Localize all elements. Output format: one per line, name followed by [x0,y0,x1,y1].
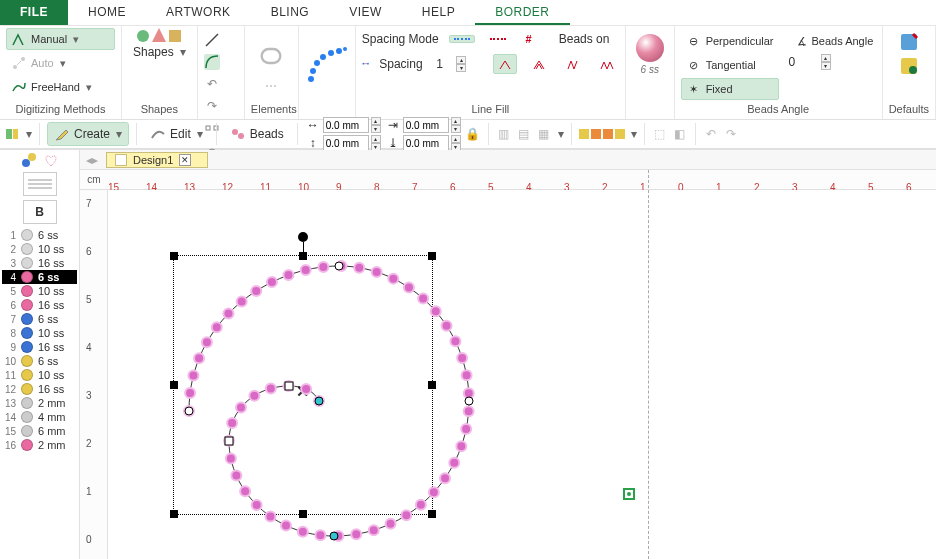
beads-on-4[interactable] [595,54,619,74]
manual-button[interactable]: Manual ▾ [6,28,115,50]
menu-artwork[interactable]: ARTWORK [146,0,251,25]
rotate-handle[interactable] [298,232,308,242]
bead-wave-icon[interactable] [305,43,349,87]
line-tool-icon[interactable] [204,32,220,48]
chevron-down-icon: ▾ [197,127,203,141]
beads-button[interactable]: Beads [224,123,290,145]
tangential-button[interactable]: ⊘Tangential [681,54,779,76]
bead-item[interactable]: 1110 ss [2,368,77,382]
width-icon: ↔ [305,117,321,133]
bead-item[interactable]: 162 mm [2,438,77,452]
svg-point-69 [226,454,236,464]
svg-point-53 [449,458,459,468]
offy-input[interactable] [403,135,449,151]
selection-box[interactable]: ✕ [173,255,433,515]
load-defaults-icon[interactable] [899,56,919,76]
bead-item[interactable]: 46 ss [2,270,77,284]
spinner[interactable]: ▴▾ [451,135,461,151]
guide-line[interactable] [648,170,649,559]
bead-item[interactable]: 916 ss [2,340,77,354]
beads-on-3[interactable] [561,54,585,74]
beads-on-2[interactable] [527,54,551,74]
bead-item[interactable]: 510 ss [2,284,77,298]
bead-item[interactable]: 1216 ss [2,382,77,396]
svg-point-1 [21,57,25,61]
redo-icon[interactable]: ↷ [723,126,739,142]
manual-icon [11,31,27,47]
beads-on-1[interactable] [493,54,517,74]
spinner[interactable]: ▴▾ [371,117,381,133]
chevron-down-icon[interactable]: ▾ [558,127,564,141]
bead-item[interactable]: 144 mm [2,410,77,424]
layers-icon[interactable] [4,126,20,142]
group-label [632,101,668,117]
element-pill-icon[interactable] [257,42,285,70]
arrow-right-icon[interactable]: ↷ [204,98,220,114]
height-input[interactable] [323,135,369,151]
curve-tool-icon[interactable] [204,54,220,70]
chevron-down-icon[interactable]: ▾ [631,127,637,141]
manual-label: Manual [31,33,67,45]
bead-item[interactable]: 106 ss [2,354,77,368]
origin-marker[interactable] [623,488,635,500]
canvas[interactable]: ✕ [108,190,936,559]
chevron-down-icon[interactable]: ▾ [26,127,32,141]
thumb-b[interactable]: B [23,200,57,224]
tool-a-icon[interactable]: ⬚ [652,126,668,142]
spinner[interactable]: ▴▾ [451,117,461,133]
bead-item[interactable]: 210 ss [2,242,77,256]
fixed-button[interactable]: ✶Fixed [681,78,779,100]
spacing-mode-gap[interactable] [485,35,511,43]
chevron-down-icon: ▾ [180,45,186,59]
menu-file[interactable]: FILE [0,0,68,25]
palette-icon[interactable] [579,129,625,139]
doc-nav-icon[interactable]: ◂▸ [84,152,100,168]
svg-rect-5 [262,49,281,63]
bead-item[interactable]: 132 mm [2,396,77,410]
edit-button[interactable]: Edit ▾ [144,123,209,145]
element-dots-icon[interactable]: ⋯ [263,78,279,94]
save-defaults-icon[interactable] [899,32,919,52]
menu-view[interactable]: VIEW [329,0,402,25]
spacing-mode-count[interactable]: # [521,30,537,48]
offx-input[interactable] [403,117,449,133]
angle-spinner[interactable]: ▴▾ [821,54,831,70]
menu-home[interactable]: HOME [68,0,146,25]
align2-icon[interactable]: ▤ [516,126,532,142]
swatch-icon[interactable] [21,152,37,168]
doc-tab[interactable]: Design1 ✕ [106,152,208,168]
spacing-mode-dots[interactable] [449,35,475,43]
bead-item[interactable]: 156 mm [2,424,77,438]
align1-icon[interactable]: ▥ [496,126,512,142]
close-icon[interactable]: ✕ [179,154,191,166]
menu-bling[interactable]: BLING [251,0,330,25]
shapes-button[interactable]: Shapes ▾ [128,42,191,62]
svg-line-2 [206,34,218,46]
bead-item[interactable]: 76 ss [2,312,77,326]
width-input[interactable] [323,117,369,133]
align3-icon[interactable]: ▦ [536,126,552,142]
bead-item[interactable]: 316 ss [2,256,77,270]
svg-point-59 [369,525,379,535]
bead-item[interactable]: 810 ss [2,326,77,340]
create-button[interactable]: Create ▾ [47,122,129,146]
arrow-left-icon[interactable]: ↶ [204,76,220,92]
thumb-list[interactable] [23,172,57,196]
spacing-spinner[interactable]: ▴▾ [456,56,466,72]
perpendicular-button[interactable]: ⊖Perpendicular [681,30,779,52]
bead-item[interactable]: 616 ss [2,298,77,312]
svg-point-21 [232,129,238,135]
freehand-button[interactable]: FreeHand ▾ [6,76,115,98]
auto-button[interactable]: Auto ▾ [6,52,115,74]
heart-icon[interactable] [43,152,59,168]
svg-rect-20 [13,129,18,139]
lock-icon[interactable]: 🔒 [465,126,481,142]
bead-item[interactable]: 16 ss [2,228,77,242]
tool-b-icon[interactable]: ◧ [672,126,688,142]
spinner[interactable]: ▴▾ [371,135,381,151]
bead-preview-icon[interactable] [636,34,664,62]
menu-border[interactable]: BORDER [475,0,569,25]
ribbon: Manual ▾ Auto ▾ FreeHand ▾ Digitizing Me… [0,26,936,120]
undo-icon[interactable]: ↶ [703,126,719,142]
menu-help[interactable]: HELP [402,0,475,25]
